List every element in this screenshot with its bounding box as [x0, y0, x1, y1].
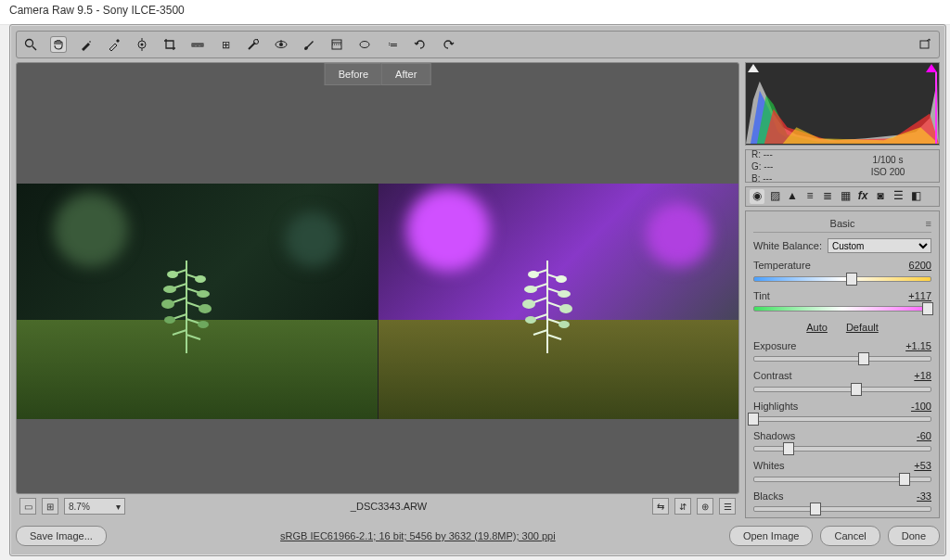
svg-point-0: [26, 40, 33, 47]
shadows-slider[interactable]: [753, 442, 931, 453]
tab-presets-icon[interactable]: ☰: [891, 189, 905, 204]
svg-point-24: [197, 290, 210, 298]
highlights-slider[interactable]: [753, 413, 931, 424]
svg-rect-20: [920, 41, 929, 48]
footer: Save Image... sRGB IEC61966-2.1; 16 bit;…: [16, 522, 940, 550]
basic-panel: Basic White Balance: Custom Temperature6…: [745, 210, 940, 518]
viewer-statusbar: ▭ ⊞ 8.7%▾ _DSC3343.ARW ⇆ ⇵ ⊕ ☰: [16, 494, 739, 518]
default-link[interactable]: Default: [846, 322, 879, 333]
toolbar: ⊞ ≔: [16, 31, 940, 58]
radial-filter-icon[interactable]: [356, 36, 373, 53]
tint-slider[interactable]: [753, 302, 931, 313]
cancel-button[interactable]: Cancel: [820, 526, 879, 546]
camera-model: Sony ILCE-3500: [103, 4, 185, 17]
tab-snapshots-icon[interactable]: ◧: [908, 189, 923, 204]
svg-line-1: [32, 46, 36, 50]
view-options-icon[interactable]: ☰: [719, 498, 736, 515]
svg-point-29: [528, 271, 539, 278]
svg-point-34: [559, 304, 572, 313]
title-bar: Camera Raw 9.5 - Sony ILCE-3500: [0, 0, 950, 25]
redeye-icon[interactable]: [273, 36, 289, 53]
svg-point-31: [524, 286, 537, 293]
svg-point-32: [558, 290, 571, 298]
histogram[interactable]: [745, 62, 940, 146]
before-image: [17, 184, 378, 419]
filename-label: _DSC3343.ARW: [131, 500, 647, 513]
blacks-slider[interactable]: [753, 503, 931, 514]
tab-lens-icon[interactable]: ▦: [838, 189, 853, 204]
tab-camera-icon[interactable]: ◙: [873, 189, 888, 204]
svg-point-33: [522, 299, 535, 309]
straighten-icon[interactable]: [189, 36, 206, 53]
tab-detail-icon[interactable]: ▲: [785, 189, 800, 204]
open-image-button[interactable]: Open Image: [729, 526, 814, 546]
tab-curve-icon[interactable]: ▨: [767, 189, 782, 204]
exposure-slider[interactable]: [753, 352, 931, 363]
zoom-icon[interactable]: [22, 36, 39, 53]
save-image-button[interactable]: Save Image...: [16, 526, 107, 546]
app-name: Camera Raw 9.5: [9, 4, 93, 17]
copy-settings-icon[interactable]: ⊕: [697, 498, 713, 515]
tab-hsl-icon[interactable]: ≡: [802, 189, 817, 204]
svg-point-3: [141, 44, 144, 46]
wb-select[interactable]: Custom: [828, 238, 931, 253]
prefs-icon[interactable]: ≔: [384, 36, 401, 53]
fullscreen-icon[interactable]: [917, 36, 933, 53]
svg-point-28: [198, 321, 209, 328]
svg-point-22: [195, 275, 206, 283]
tab-basic-icon[interactable]: ◉: [750, 189, 764, 204]
hand-icon[interactable]: [50, 36, 67, 53]
target-adjust-icon[interactable]: [134, 36, 150, 53]
svg-point-19: [360, 42, 369, 48]
svg-point-35: [525, 316, 536, 324]
brush-icon[interactable]: [301, 36, 317, 53]
done-button[interactable]: Done: [888, 526, 940, 546]
zoom-select[interactable]: 8.7%▾: [64, 498, 125, 515]
tab-split-icon[interactable]: ≣: [820, 189, 835, 204]
wb-label: White Balance:: [753, 239, 822, 252]
auto-link[interactable]: Auto: [806, 322, 828, 333]
svg-point-36: [558, 321, 570, 328]
svg-point-14: [279, 43, 283, 46]
spot-removal-icon[interactable]: [245, 36, 262, 53]
tab-fx-icon[interactable]: fx: [855, 189, 870, 204]
svg-point-12: [254, 40, 259, 45]
color-sampler-icon[interactable]: [106, 36, 122, 53]
after-image: [378, 184, 739, 419]
rotate-cw-icon[interactable]: [440, 36, 456, 53]
whites-slider[interactable]: [753, 473, 931, 484]
toggle-mark-icon[interactable]: ▭: [19, 498, 36, 515]
image-viewer[interactable]: BeforeAfter: [16, 62, 739, 494]
swap-icon[interactable]: ⇵: [674, 498, 691, 515]
svg-point-30: [556, 275, 567, 283]
graduated-filter-icon[interactable]: [328, 36, 345, 53]
white-balance-icon[interactable]: [78, 36, 95, 53]
contrast-slider[interactable]: [753, 383, 931, 394]
svg-point-26: [199, 304, 212, 313]
panel-title: Basic: [753, 215, 931, 233]
rotate-ccw-icon[interactable]: [412, 36, 429, 53]
before-after-labels: BeforeAfter: [325, 63, 431, 85]
filmstrip-icon[interactable]: ⊞: [42, 498, 58, 515]
svg-point-27: [164, 316, 175, 324]
crop-icon[interactable]: [161, 36, 178, 53]
workflow-link[interactable]: sRGB IEC61966-2.1; 16 bit; 5456 by 3632 …: [114, 529, 722, 542]
panel-tabs: ◉ ▨ ▲ ≡ ≣ ▦ fx ◙ ☰ ◧: [745, 186, 940, 207]
svg-point-21: [167, 271, 178, 278]
compare-icon[interactable]: ⇆: [652, 498, 669, 515]
info-readout: R: --- G: --- B: --- 1/100 s ISO 200: [745, 149, 940, 183]
transform-icon[interactable]: ⊞: [217, 36, 234, 53]
svg-point-25: [161, 299, 174, 309]
temperature-slider[interactable]: [753, 273, 931, 284]
svg-rect-37: [935, 72, 937, 144]
svg-point-23: [163, 286, 176, 293]
